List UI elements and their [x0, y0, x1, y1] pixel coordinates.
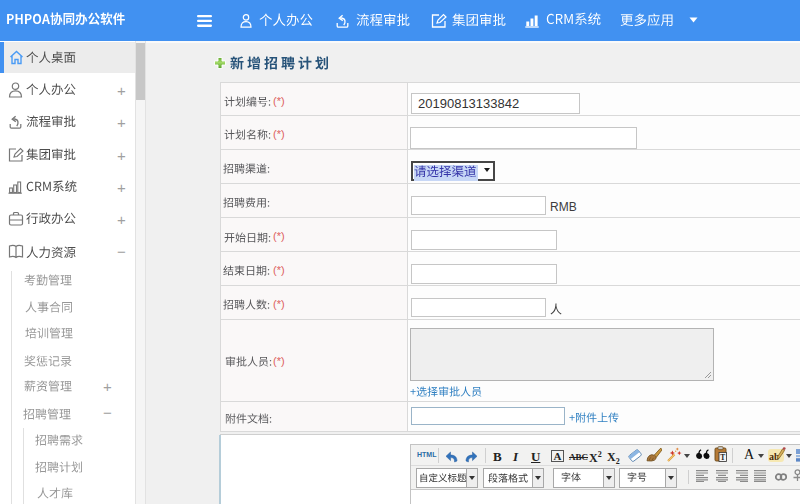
svg-text:T: T	[720, 453, 725, 462]
